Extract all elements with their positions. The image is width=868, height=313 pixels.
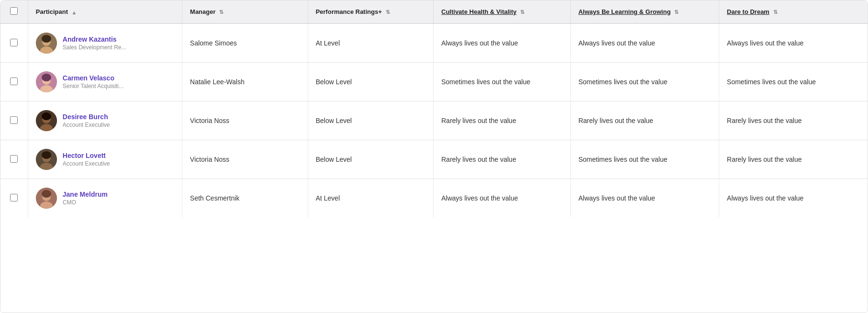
row-checkbox-jane[interactable] bbox=[10, 194, 18, 201]
main-table-container: Participant ▲ Manager ⇅ Performance Rati… bbox=[0, 0, 868, 313]
th-participant-label: Participant bbox=[36, 8, 68, 15]
row-checkbox-hector[interactable] bbox=[10, 155, 18, 163]
learning-cell-carmen: Sometimes lives out the value bbox=[570, 63, 719, 101]
cultivate-cell-andrew: Always lives out the value bbox=[434, 23, 570, 63]
table-header-row: Participant ▲ Manager ⇅ Performance Rati… bbox=[0, 0, 868, 23]
participant-name-hector[interactable]: Hector Lovett bbox=[63, 152, 110, 159]
participant-name-jane[interactable]: Jane Meldrum bbox=[63, 190, 108, 198]
table-row: Andrew Kazantis Sales Development Re... … bbox=[0, 23, 868, 63]
cultivate-sort-icon: ⇅ bbox=[520, 9, 524, 15]
dare-cell-andrew: Always lives out the value bbox=[719, 23, 868, 63]
th-learning-label: Always Be Learning & Growing bbox=[579, 8, 671, 15]
manager-cell-jane: Seth Cesmertnik bbox=[182, 179, 308, 218]
th-dare[interactable]: Dare to Dream ⇅ bbox=[719, 0, 868, 23]
participant-cell-carmen: Carmen Velasco Senior Talent Acquisiti..… bbox=[28, 63, 182, 101]
participants-table: Participant ▲ Manager ⇅ Performance Rati… bbox=[0, 0, 868, 217]
participant-cell-andrew: Andrew Kazantis Sales Development Re... bbox=[28, 23, 182, 63]
participant-role-hector: Account Executive bbox=[63, 160, 110, 167]
dare-cell-carmen: Sometimes lives out the value bbox=[719, 63, 868, 101]
svg-point-3 bbox=[42, 35, 51, 43]
th-manager-label: Manager bbox=[190, 8, 215, 15]
dare-cell-desiree: Rarely lives out the value bbox=[719, 101, 868, 140]
cultivate-cell-hector: Rarely lives out the value bbox=[434, 140, 570, 179]
row-checkbox-andrew[interactable] bbox=[10, 39, 18, 46]
manager-cell-desiree: Victoria Noss bbox=[182, 101, 308, 140]
manager-cell-carmen: Natalie Lee-Walsh bbox=[182, 63, 308, 101]
cultivate-cell-desiree: Rarely lives out the value bbox=[434, 101, 570, 140]
participant-info-andrew: Andrew Kazantis Sales Development Re... bbox=[63, 35, 126, 51]
manager-sort-icon: ⇅ bbox=[219, 9, 223, 15]
avatar-carmen bbox=[36, 71, 57, 92]
participant-role-desiree: Account Executive bbox=[63, 122, 110, 128]
table-body: Andrew Kazantis Sales Development Re... … bbox=[0, 23, 868, 217]
learning-cell-jane: Always lives out the value bbox=[570, 179, 719, 218]
learning-sort-icon: ⇅ bbox=[674, 9, 679, 15]
dare-cell-jane: Always lives out the value bbox=[719, 179, 868, 218]
participant-name-andrew[interactable]: Andrew Kazantis bbox=[63, 35, 126, 43]
select-all-header[interactable] bbox=[0, 0, 28, 23]
row-checkbox-cell-desiree[interactable] bbox=[0, 101, 28, 140]
table-row: Jane Meldrum CMO Seth CesmertnikAt Level… bbox=[0, 179, 868, 218]
participant-sort-icon: ▲ bbox=[72, 10, 77, 15]
manager-cell-andrew: Salome Simoes bbox=[182, 23, 308, 63]
row-checkbox-cell-hector[interactable] bbox=[0, 140, 28, 179]
performance-cell-carmen: Below Level bbox=[308, 63, 434, 101]
table-row: Desiree Burch Account Executive Victoria… bbox=[0, 101, 868, 140]
participant-info-hector: Hector Lovett Account Executive bbox=[63, 152, 110, 167]
svg-point-11 bbox=[42, 112, 51, 120]
table-row: Carmen Velasco Senior Talent Acquisiti..… bbox=[0, 63, 868, 101]
performance-sort-icon: ⇅ bbox=[386, 9, 390, 15]
participant-cell-jane: Jane Meldrum CMO bbox=[28, 179, 182, 218]
learning-cell-hector: Sometimes lives out the value bbox=[570, 140, 719, 179]
select-all-checkbox[interactable] bbox=[10, 7, 18, 15]
participant-cell-hector: Hector Lovett Account Executive bbox=[28, 140, 182, 179]
avatar-andrew bbox=[36, 33, 57, 54]
svg-point-15 bbox=[42, 151, 51, 159]
cultivate-cell-jane: Always lives out the value bbox=[434, 179, 570, 218]
participant-name-desiree[interactable]: Desiree Burch bbox=[63, 113, 110, 121]
th-performance-label: Performance Ratings+ bbox=[316, 8, 382, 15]
participant-role-jane: CMO bbox=[63, 199, 108, 206]
manager-cell-hector: Victoria Noss bbox=[182, 140, 308, 179]
th-cultivate[interactable]: Cultivate Health & Vitality ⇅ bbox=[434, 0, 570, 23]
performance-cell-hector: Below Level bbox=[308, 140, 434, 179]
cultivate-cell-carmen: Sometimes lives out the value bbox=[434, 63, 570, 101]
row-checkbox-carmen[interactable] bbox=[10, 78, 18, 85]
learning-cell-andrew: Always lives out the value bbox=[570, 23, 719, 63]
th-manager[interactable]: Manager ⇅ bbox=[182, 0, 308, 23]
avatar-hector bbox=[36, 149, 57, 170]
dare-sort-icon: ⇅ bbox=[773, 9, 778, 15]
performance-cell-desiree: Below Level bbox=[308, 101, 434, 140]
participant-info-jane: Jane Meldrum CMO bbox=[63, 190, 108, 206]
th-cultivate-label: Cultivate Health & Vitality bbox=[441, 8, 516, 15]
participant-role-carmen: Senior Talent Acquisiti... bbox=[63, 83, 123, 89]
row-checkbox-cell-andrew[interactable] bbox=[0, 23, 28, 63]
avatar-desiree bbox=[36, 110, 57, 131]
th-participant[interactable]: Participant ▲ bbox=[28, 0, 182, 23]
participant-role-andrew: Sales Development Re... bbox=[63, 44, 126, 51]
participant-name-carmen[interactable]: Carmen Velasco bbox=[63, 74, 123, 82]
row-checkbox-cell-jane[interactable] bbox=[0, 179, 28, 218]
th-performance[interactable]: Performance Ratings+ ⇅ bbox=[308, 0, 434, 23]
learning-cell-desiree: Rarely lives out the value bbox=[570, 101, 719, 140]
performance-cell-andrew: At Level bbox=[308, 23, 434, 63]
avatar-jane bbox=[36, 188, 57, 209]
participant-info-carmen: Carmen Velasco Senior Talent Acquisiti..… bbox=[63, 74, 123, 89]
th-learning[interactable]: Always Be Learning & Growing ⇅ bbox=[570, 0, 719, 23]
th-dare-label: Dare to Dream bbox=[727, 8, 769, 15]
row-checkbox-desiree[interactable] bbox=[10, 116, 18, 124]
participant-info-desiree: Desiree Burch Account Executive bbox=[63, 113, 110, 128]
row-checkbox-cell-carmen[interactable] bbox=[0, 63, 28, 101]
svg-point-19 bbox=[42, 190, 51, 198]
svg-point-7 bbox=[42, 74, 51, 81]
participant-cell-desiree: Desiree Burch Account Executive bbox=[28, 101, 182, 140]
table-row: Hector Lovett Account Executive Victoria… bbox=[0, 140, 868, 179]
performance-cell-jane: At Level bbox=[308, 179, 434, 218]
dare-cell-hector: Rarely lives out the value bbox=[719, 140, 868, 179]
